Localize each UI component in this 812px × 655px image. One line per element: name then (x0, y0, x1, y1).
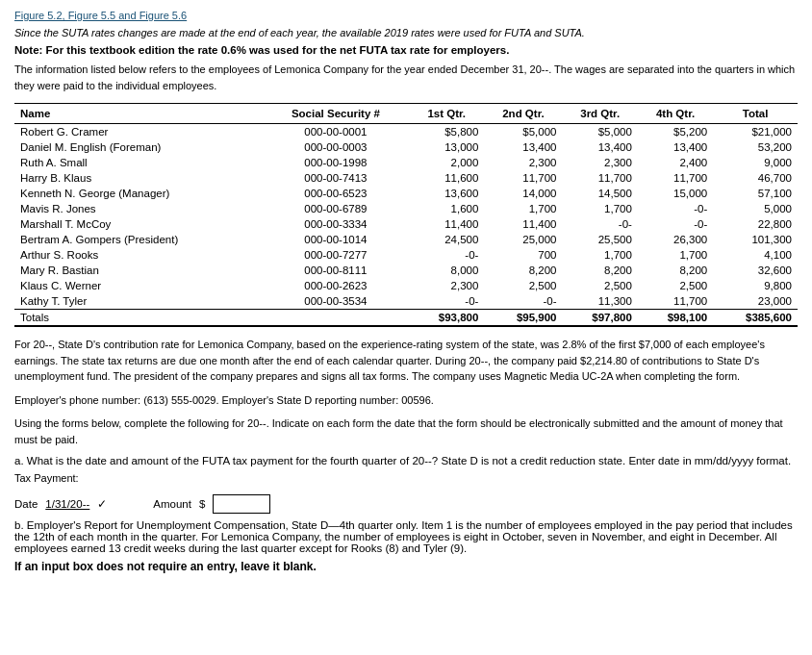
question-a-text: What is the date and amount of the FUTA … (27, 455, 791, 466)
cell-r10-c3: 2,500 (484, 278, 562, 293)
cell-r0-c3: $5,000 (484, 124, 562, 140)
cell-r0-c1: 000-00-0001 (263, 124, 409, 140)
cell-r3-c0: Harry B. Klaus (14, 170, 263, 186)
cell-r0-c6: $21,000 (713, 124, 798, 140)
cell-r11-c2: -0- (409, 293, 484, 310)
cell-r10-c4: 2,500 (563, 278, 638, 293)
cell-r7-c2: 24,500 (409, 232, 484, 247)
totals-cell-1 (263, 310, 409, 327)
cell-r0-c4: $5,000 (563, 124, 638, 140)
totals-cell-3: $95,900 (484, 310, 562, 327)
cell-r2-c5: 2,400 (638, 155, 713, 170)
cell-r3-c4: 11,700 (563, 170, 638, 186)
cell-r10-c1: 000-00-2623 (263, 278, 409, 293)
col-header-q3: 3rd Qtr. (563, 104, 638, 124)
suta-note: Since the SUTA rates changes are made at… (14, 27, 798, 38)
cell-r0-c5: $5,200 (638, 124, 713, 140)
cell-r8-c6: 4,100 (713, 247, 798, 263)
cell-r3-c5: 11,700 (638, 170, 713, 186)
cell-r6-c3: 11,400 (484, 216, 562, 232)
cell-r4-c0: Kenneth N. George (Manager) (14, 186, 263, 201)
amount-input[interactable] (213, 494, 270, 514)
question-a-container: a. What is the date and amount of the FU… (14, 455, 798, 466)
cell-r6-c1: 000-00-3334 (263, 216, 409, 232)
date-label: Date (14, 498, 38, 510)
para-state-contribution: For 20--, State D's contribution rate fo… (14, 337, 798, 385)
question-b-container: b. Employer's Report for Unemployment Co… (14, 519, 798, 554)
cell-r0-c0: Robert G. Cramer (14, 124, 263, 140)
cell-r2-c3: 2,300 (484, 155, 562, 170)
cell-r10-c0: Klaus C. Werner (14, 278, 263, 293)
totals-cell-6: $385,600 (713, 310, 798, 327)
dollar-sign: $ (199, 498, 205, 510)
cell-r6-c6: 22,800 (713, 216, 798, 232)
date-amount-row: Date 1/31/20-- ✓ Amount $ (14, 494, 798, 514)
figure-reference: Figure 5.2, Figure 5.5 and Figure 5.6 (14, 10, 798, 21)
table-row: Mavis R. Jones000-00-67891,6001,7001,700… (14, 201, 798, 216)
cell-r9-c3: 8,200 (484, 263, 562, 278)
col-header-ssn: Social Security # (263, 104, 409, 124)
totals-cell-0: Totals (14, 310, 263, 327)
cell-r5-c6: 5,000 (713, 201, 798, 216)
question-b-label: b. (14, 519, 24, 531)
question-b-text: Employer's Report for Unemployment Compe… (14, 519, 793, 554)
cell-r5-c5: -0- (638, 201, 713, 216)
cell-r8-c1: 000-00-7277 (263, 247, 409, 263)
cell-r1-c1: 000-00-0003 (263, 139, 409, 155)
table-row: Kathy T. Tyler000-00-3534-0--0-11,30011,… (14, 293, 798, 310)
cell-r1-c3: 13,400 (484, 139, 562, 155)
col-header-q2: 2nd Qtr. (484, 104, 562, 124)
totals-row: Totals$93,800$95,900$97,800$98,100$385,6… (14, 310, 798, 327)
cell-r2-c6: 9,000 (713, 155, 798, 170)
cell-r10-c5: 2,500 (638, 278, 713, 293)
cell-r10-c6: 9,800 (713, 278, 798, 293)
cell-r1-c5: 13,400 (638, 139, 713, 155)
employee-wages-table: Name Social Security # 1st Qtr. 2nd Qtr.… (14, 103, 798, 327)
cell-r4-c2: 13,600 (409, 186, 484, 201)
col-header-name: Name (14, 104, 263, 124)
info-paragraph: The information listed below refers to t… (14, 62, 798, 93)
cell-r10-c2: 2,300 (409, 278, 484, 293)
cell-r7-c3: 25,000 (484, 232, 562, 247)
totals-cell-5: $98,100 (638, 310, 713, 327)
cell-r3-c6: 46,700 (713, 170, 798, 186)
cell-r9-c0: Mary R. Bastian (14, 263, 263, 278)
para-instructions: Using the forms below, complete the foll… (14, 416, 798, 447)
cell-r4-c4: 14,500 (563, 186, 638, 201)
col-header-q1: 1st Qtr. (409, 104, 484, 124)
cell-r6-c0: Marshall T. McCoy (14, 216, 263, 232)
table-row: Kenneth N. George (Manager)000-00-652313… (14, 186, 798, 201)
cell-r6-c2: 11,400 (409, 216, 484, 232)
table-row: Marshall T. McCoy000-00-333411,40011,400… (14, 216, 798, 232)
cell-r11-c3: -0- (484, 293, 562, 310)
cell-r8-c4: 1,700 (563, 247, 638, 263)
cell-r5-c3: 1,700 (484, 201, 562, 216)
cell-r7-c0: Bertram A. Gompers (President) (14, 232, 263, 247)
cell-r1-c4: 13,400 (563, 139, 638, 155)
futa-note: Note: For this textbook edition the rate… (14, 44, 798, 56)
question-a-label: a. (14, 455, 24, 466)
cell-r9-c5: 8,200 (638, 263, 713, 278)
cell-r3-c2: 11,600 (409, 170, 484, 186)
col-header-q4: 4th Qtr. (638, 104, 713, 124)
cell-r8-c0: Arthur S. Rooks (14, 247, 263, 263)
cell-r4-c1: 000-00-6523 (263, 186, 409, 201)
cell-r8-c2: -0- (409, 247, 484, 263)
cell-r9-c4: 8,200 (563, 263, 638, 278)
cell-r2-c2: 2,000 (409, 155, 484, 170)
table-row: Bertram A. Gompers (President)000-00-101… (14, 232, 798, 247)
table-row: Ruth A. Small000-00-19982,0002,3002,3002… (14, 155, 798, 170)
cell-r1-c6: 53,200 (713, 139, 798, 155)
cell-r7-c4: 25,500 (563, 232, 638, 247)
cell-r4-c5: 15,000 (638, 186, 713, 201)
date-value: 1/31/20-- (45, 498, 89, 510)
cell-r5-c4: 1,700 (563, 201, 638, 216)
cell-r2-c1: 000-00-1998 (263, 155, 409, 170)
cell-r9-c2: 8,000 (409, 263, 484, 278)
cell-r1-c0: Daniel M. English (Foreman) (14, 139, 263, 155)
cell-r11-c6: 23,000 (713, 293, 798, 310)
col-header-total: Total (713, 104, 798, 124)
cell-r9-c1: 000-00-8111 (263, 263, 409, 278)
table-row: Mary R. Bastian000-00-81118,0008,2008,20… (14, 263, 798, 278)
cell-r5-c1: 000-00-6789 (263, 201, 409, 216)
